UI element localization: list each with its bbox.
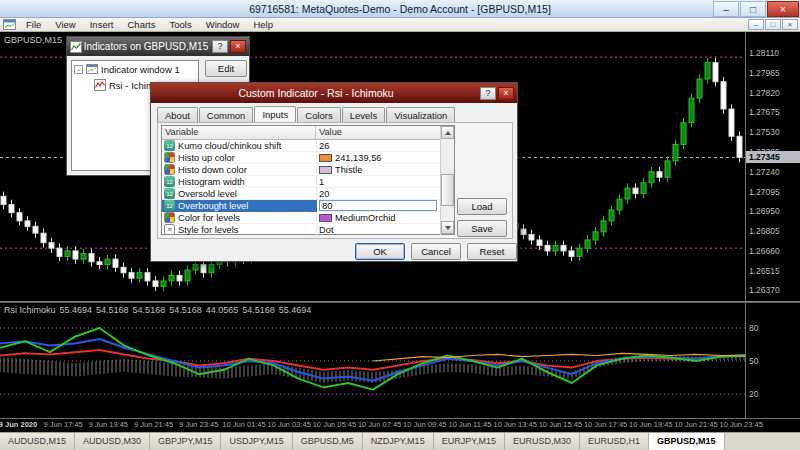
time-axis-label: 10 Jun 23:45 xyxy=(717,420,765,429)
chart-tab-gbpjpy-m15[interactable]: GBPJPY,M15 xyxy=(150,433,221,450)
indicator-value-line: Rsi Ichimoku55.469454.516854.516854.5168… xyxy=(4,305,315,315)
param-name-cell[interactable]: ≡Style for levels xyxy=(162,224,317,236)
param-row[interactable]: 12Overbought level xyxy=(162,200,454,212)
menu-tools[interactable]: Tools xyxy=(162,19,198,30)
param-name-cell[interactable]: Histo down color xyxy=(162,164,317,176)
color-icon xyxy=(164,164,175,175)
help-icon[interactable]: ? xyxy=(480,87,496,100)
time-axis-label: 10 Jun 11:45 xyxy=(446,420,494,429)
numeric-icon: 12 xyxy=(164,140,175,151)
tab-levels[interactable]: Levels xyxy=(342,107,385,123)
param-row[interactable]: ≡Style for levelsDot xyxy=(162,224,454,236)
chart-tab-usdjpy-m15[interactable]: USDJPY,M15 xyxy=(221,433,292,450)
tab-common[interactable]: Common xyxy=(199,107,254,123)
param-name-cell[interactable]: 12Histogram width xyxy=(162,176,317,188)
pane-separator[interactable] xyxy=(0,301,800,303)
menu-view[interactable]: View xyxy=(48,19,82,30)
price-axis-label: 1.27240 xyxy=(749,167,780,177)
numeric-icon: 12 xyxy=(164,176,175,187)
maximize-button[interactable]: □ xyxy=(740,1,766,17)
table-scrollbar[interactable] xyxy=(440,126,454,234)
chart-tab-eurusd-h1[interactable]: EURUSD,H1 xyxy=(580,433,649,450)
chart-tab-audusd-m15[interactable]: AUDUSD,M15 xyxy=(0,433,75,450)
menu-charts[interactable]: Charts xyxy=(121,19,163,30)
param-name-cell[interactable]: 12Kumo cloud/chinkou shift xyxy=(162,140,317,152)
param-value-cell[interactable]: 20 xyxy=(317,188,441,200)
minimize-button[interactable]: – xyxy=(713,1,739,17)
mdi-restore-button[interactable]: □ xyxy=(765,19,781,30)
dialog-tab-strip: AboutCommonInputsColorsLevelsVisualizati… xyxy=(157,106,456,123)
edit-button[interactable]: Edit xyxy=(205,60,247,77)
mdi-close-button[interactable]: × xyxy=(782,19,798,30)
load-button[interactable]: Load xyxy=(457,198,507,215)
param-value-cell[interactable] xyxy=(317,200,441,212)
tab-about[interactable]: About xyxy=(157,107,198,123)
param-value-cell[interactable]: MediumOrchid xyxy=(317,212,441,224)
column-header-variable[interactable]: Variable xyxy=(162,126,316,139)
menu-window[interactable]: Window xyxy=(199,19,247,30)
custom-dialog-titlebar[interactable]: Custom Indicator - Rsi - Ichimoku ? × xyxy=(151,83,517,103)
indicator-axis-label: 80 xyxy=(749,323,758,333)
price-axis-label: 1.26370 xyxy=(749,285,780,295)
price-axis[interactable]: 1.281101.279651.278201.276751.275301.273… xyxy=(746,32,800,418)
time-axis-label: 9 Jun 21:45 xyxy=(130,420,178,429)
param-row[interactable]: Color for levelsMediumOrchid xyxy=(162,212,454,224)
column-header-value[interactable]: Value xyxy=(316,126,454,139)
param-value-cell[interactable]: Dot xyxy=(317,224,441,236)
chart-tab-nzdjpy-m15[interactable]: NZDJPY,M15 xyxy=(363,433,434,450)
title-bar[interactable]: 69716581: MetaQuotes-Demo - Demo Account… xyxy=(0,0,800,18)
param-value-cell[interactable]: Thistle xyxy=(317,164,441,176)
price-axis-label: 1.27095 xyxy=(749,187,780,197)
tab-colors[interactable]: Colors xyxy=(297,107,340,123)
scrollbar-thumb[interactable] xyxy=(441,174,454,206)
param-row[interactable]: Histo up color241,139,56 xyxy=(162,152,454,164)
tab-visualization[interactable]: Visualization xyxy=(386,107,455,123)
time-axis-label: 10 Jun 09:45 xyxy=(401,420,449,429)
chart-tab-gbpusd-m15[interactable]: GBPUSD,M15 xyxy=(649,433,725,450)
menu-insert[interactable]: Insert xyxy=(83,19,121,30)
close-icon[interactable]: × xyxy=(498,87,514,100)
scroll-up-icon[interactable] xyxy=(441,126,454,139)
cancel-button[interactable]: Cancel xyxy=(411,243,461,260)
chart-tab-eurusd-m30[interactable]: EURUSD,M30 xyxy=(505,433,580,450)
param-row[interactable]: 12Histogram width1 xyxy=(162,176,454,188)
param-name-cell[interactable]: 12Oversold level xyxy=(162,188,317,200)
param-name: Overbought level xyxy=(178,201,248,211)
menu-file[interactable]: File xyxy=(19,19,48,30)
save-button[interactable]: Save xyxy=(457,220,507,237)
ok-button[interactable]: OK xyxy=(355,243,405,260)
indicators-dialog-titlebar[interactable]: Indicators on GBPUSD,M15 ? × xyxy=(67,37,249,56)
param-row[interactable]: Histo down colorThistle xyxy=(162,164,454,176)
param-name-cell[interactable]: Color for levels xyxy=(162,212,317,224)
close-button[interactable]: × xyxy=(767,1,799,17)
overbought-level-input[interactable] xyxy=(319,200,437,211)
time-axis[interactable]: 9 Jun 20209 Jun 17:459 Jun 19:459 Jun 21… xyxy=(0,419,746,432)
indicator-window-icon xyxy=(86,63,98,75)
scroll-down-icon[interactable] xyxy=(441,221,454,234)
chart-tab-gbpusd-m5[interactable]: GBPUSD,M5 xyxy=(293,433,363,450)
tree-item-indicator-window[interactable]: - Indicator window 1 xyxy=(72,61,198,77)
param-value: 20 xyxy=(319,189,329,199)
close-icon[interactable]: × xyxy=(230,40,246,53)
param-row[interactable]: 12Kumo cloud/chinkou shift26 xyxy=(162,140,454,152)
param-value: 241,139,56 xyxy=(335,153,382,163)
mdi-minimize-button[interactable]: – xyxy=(748,19,764,30)
tree-item-label: Indicator window 1 xyxy=(101,64,180,75)
style-icon: ≡ xyxy=(164,224,175,235)
tree-expander-icon[interactable]: - xyxy=(74,65,83,74)
menu-help[interactable]: Help xyxy=(246,19,280,30)
param-name-cell[interactable]: 12Overbought level xyxy=(162,200,317,212)
indicator-value: 54.5168 xyxy=(242,305,275,315)
chart-tab-audusd-m30[interactable]: AUDUSD,M30 xyxy=(75,433,150,450)
param-row[interactable]: 12Oversold level20 xyxy=(162,188,454,200)
param-value-cell[interactable]: 1 xyxy=(317,176,441,188)
chart-tab-eurjpy-m15[interactable]: EURJPY,M15 xyxy=(434,433,505,450)
param-name-cell[interactable]: Histo up color xyxy=(162,152,317,164)
param-value-cell[interactable]: 241,139,56 xyxy=(317,152,441,164)
indicator-icon xyxy=(94,79,106,91)
reset-button[interactable]: Reset xyxy=(467,243,517,260)
param-value-cell[interactable]: 26 xyxy=(317,140,441,152)
help-icon[interactable]: ? xyxy=(212,40,228,53)
chart-symbol-label: GBPUSD,M15 xyxy=(4,35,62,45)
price-axis-label: 1.27965 xyxy=(749,68,780,78)
